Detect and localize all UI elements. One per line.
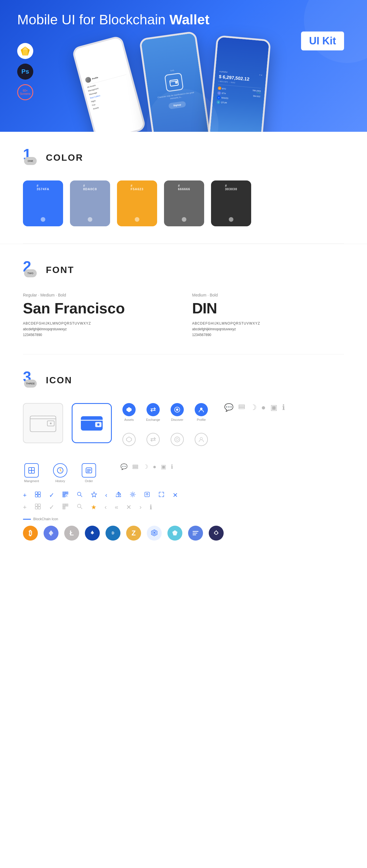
svg-rect-41 bbox=[63, 492, 64, 494]
font-grid: Regular · Medium · Bold San Francisco AB… bbox=[23, 293, 344, 337]
font-sf: Regular · Medium · Bold San Francisco AB… bbox=[23, 293, 175, 337]
svg-rect-46 bbox=[66, 496, 66, 496]
waves-icon bbox=[85, 526, 100, 540]
mgmt-icons-row: Mangment History Order 💬 bbox=[23, 463, 344, 483]
icon-main-row: Assets Exchange bbox=[23, 403, 344, 452]
profile-icon bbox=[195, 403, 208, 416]
layers-gray-icon bbox=[132, 464, 139, 470]
grid-icon bbox=[35, 491, 41, 499]
color-section-number: 1 ONE bbox=[23, 149, 40, 166]
management-icon bbox=[24, 463, 39, 477]
svg-rect-59 bbox=[66, 504, 67, 506]
info-icon: ℹ bbox=[282, 403, 285, 412]
svg-point-18 bbox=[200, 408, 202, 410]
svg-point-17 bbox=[176, 408, 178, 411]
color-swatch-orange: #F5A623 bbox=[117, 181, 157, 226]
svg-rect-27 bbox=[29, 470, 32, 473]
icon-profile: Profile bbox=[193, 403, 210, 422]
icon-order: Order bbox=[80, 463, 97, 483]
svg-rect-44 bbox=[66, 495, 67, 496]
nav-icons-colored-row: Assets Exchange bbox=[120, 403, 210, 422]
svg-rect-53 bbox=[35, 507, 37, 509]
qr-gray-icon bbox=[62, 503, 68, 512]
check-icon: ✓ bbox=[49, 492, 54, 499]
svg-point-20 bbox=[176, 438, 178, 441]
icon-discover-outline bbox=[169, 433, 186, 446]
color-swatch-dark: #303030 bbox=[211, 181, 251, 226]
svg-marker-70 bbox=[172, 530, 177, 535]
screens-badge: 60+ Screens bbox=[17, 84, 33, 100]
add-icon: + bbox=[23, 492, 27, 499]
color-swatch-grey: #666666 bbox=[164, 181, 204, 226]
font-din: Medium · Bold DIN ABCDEFGHIJKLMNOPQRSTUV… bbox=[192, 293, 344, 337]
close-icon: ✕ bbox=[173, 492, 178, 499]
star-icon bbox=[91, 491, 97, 499]
share-icon bbox=[115, 491, 121, 499]
misc-icons-group: 💬 ☽ ● ▣ ℹ bbox=[219, 403, 285, 412]
upload-icon bbox=[144, 491, 150, 499]
svg-rect-22 bbox=[239, 405, 245, 406]
color-section: 1 ONE COLOR #3574FA #8DA0C8 #F5A623 #666… bbox=[0, 132, 367, 244]
lisk-icon bbox=[167, 526, 182, 540]
nav-icons-outline-row bbox=[120, 433, 210, 446]
svg-text:D: D bbox=[112, 531, 114, 535]
svg-point-10 bbox=[50, 423, 52, 424]
hero-section: Mobile UI for Blockchain Wallet UI Kit P… bbox=[0, 0, 367, 132]
dot-gray-icon: ● bbox=[153, 464, 156, 470]
ltc-icon: Ł bbox=[64, 526, 79, 540]
svg-point-19 bbox=[175, 437, 180, 442]
extra-icons-row: 💬 ☽ ● ▣ ℹ bbox=[109, 463, 173, 470]
add-gray-icon: + bbox=[23, 504, 27, 511]
svg-rect-35 bbox=[38, 492, 40, 494]
font-section: 2 TWO FONT Regular · Medium · Bold San F… bbox=[0, 244, 367, 354]
expand-icon bbox=[158, 491, 165, 499]
svg-rect-43 bbox=[63, 495, 64, 496]
color-swatch-grey-blue: #8DA0C8 bbox=[70, 181, 110, 226]
svg-marker-4 bbox=[23, 50, 28, 55]
color-section-header: 1 ONE COLOR bbox=[23, 149, 344, 166]
discover-outline-icon bbox=[171, 433, 184, 446]
phone-left: Profile All Assets Managment Massage Red… bbox=[72, 35, 146, 132]
svg-point-21 bbox=[200, 437, 202, 440]
icon-exchange-outline bbox=[144, 433, 162, 446]
svg-line-72 bbox=[218, 533, 219, 533]
crypto-icons-row: ₿ Ł D Z bbox=[23, 526, 344, 540]
forward-gray-icon: › bbox=[139, 504, 141, 511]
color-swatch-blue: #3574FA bbox=[23, 181, 63, 226]
icon-assets-outline bbox=[120, 433, 138, 446]
chat-icon: 💬 bbox=[224, 403, 233, 412]
svg-rect-45 bbox=[67, 496, 67, 496]
svg-line-73 bbox=[214, 533, 215, 533]
misc-icons-row1: 💬 ☽ ● ▣ ℹ bbox=[224, 403, 285, 412]
eth-icon bbox=[44, 526, 58, 540]
icon-wireframe bbox=[23, 403, 63, 443]
color-section-title: COLOR bbox=[46, 152, 83, 163]
iota-icon bbox=[147, 526, 162, 540]
small-icons-gray-row: + ✓ ★ ‹ bbox=[23, 503, 344, 512]
x-gray-icon: ✕ bbox=[126, 504, 131, 511]
polygon-icon bbox=[209, 526, 224, 540]
moon-icon: ☽ bbox=[250, 403, 257, 412]
svg-rect-7 bbox=[30, 416, 56, 432]
back-icon: ‹ bbox=[105, 492, 107, 499]
assets-outline-icon bbox=[122, 433, 136, 446]
order-icon bbox=[82, 463, 96, 477]
svg-rect-37 bbox=[38, 495, 40, 497]
svg-rect-42 bbox=[66, 492, 67, 494]
stack-icon bbox=[238, 403, 246, 412]
share-gray-icon: « bbox=[115, 504, 118, 511]
profile-outline-icon bbox=[195, 433, 208, 446]
svg-rect-31 bbox=[133, 465, 138, 466]
icon-section-title: ICON bbox=[46, 375, 72, 385]
exchange-icon bbox=[146, 403, 160, 416]
blockchain-label-row: BlockChain Icon bbox=[23, 517, 344, 521]
icon-management: Mangment bbox=[23, 463, 40, 483]
ui-kit-badge: UI Kit bbox=[301, 32, 344, 51]
comment-icon: ▣ bbox=[271, 403, 278, 412]
photoshop-badge: Ps bbox=[17, 64, 33, 80]
svg-rect-24 bbox=[239, 408, 245, 409]
icon-history: History bbox=[52, 463, 69, 483]
nav-icons-group: Assets Exchange bbox=[120, 403, 210, 452]
icon-section: 3 THREE ICON bbox=[0, 354, 367, 558]
svg-marker-48 bbox=[91, 492, 96, 497]
